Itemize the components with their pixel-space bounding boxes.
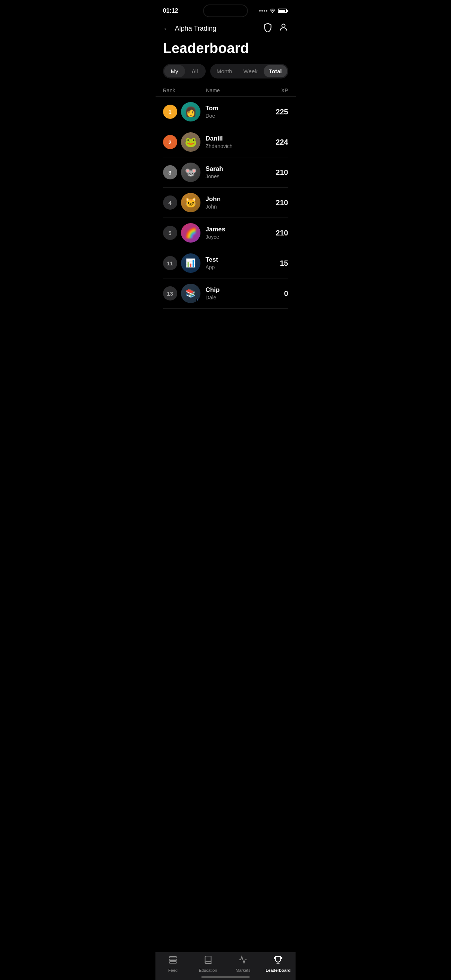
rank-badge-11: 11 — [163, 256, 177, 270]
xp-value: 15 — [269, 259, 288, 267]
avatar: 🐭 — [181, 162, 201, 182]
rank-badge-3: 3 — [163, 165, 177, 180]
avatar: 🐱 — [181, 193, 201, 212]
user-info: Tom Doe — [201, 105, 269, 119]
user-lastname: Dale — [206, 294, 269, 301]
filter-week-button[interactable]: Week — [238, 65, 263, 77]
page-title: Leaderboard — [156, 40, 296, 64]
user-lastname: Joyce — [206, 234, 269, 240]
user-lastname: Zhdanovich — [206, 143, 269, 149]
profile-icon[interactable] — [279, 22, 288, 34]
filter-my-button[interactable]: My — [164, 65, 185, 77]
avatar: 👩 — [181, 102, 201, 121]
nav-title: Alpha Trading — [175, 25, 217, 32]
user-info: Daniil Zhdanovich — [201, 135, 269, 149]
scope-filter: My All — [163, 64, 206, 78]
xp-value: 210 — [269, 229, 288, 237]
filter-all-button[interactable]: All — [185, 65, 205, 77]
back-button[interactable]: ← — [163, 24, 171, 33]
user-firstname: Sarah — [206, 165, 269, 173]
rank-badge-5: 5 — [163, 226, 177, 240]
dynamic-island — [203, 5, 248, 17]
status-time: 01:12 — [163, 8, 178, 14]
col-name-header: Name — [183, 88, 269, 94]
xp-value: 210 — [269, 168, 288, 177]
rank-badge-2: 2 — [163, 135, 177, 149]
table-row[interactable]: 13 📚 Chip Dale 0 — [163, 278, 288, 309]
filter-total-button[interactable]: Total — [264, 65, 287, 77]
table-row[interactable]: 4 🐱 John John 210 — [163, 188, 288, 218]
user-lastname: Doe — [206, 113, 269, 119]
user-firstname: Test — [206, 256, 269, 264]
table-row[interactable]: 1 👩 Tom Doe 225 — [163, 97, 288, 127]
rank-badge-13: 13 — [163, 286, 177, 301]
svg-point-0 — [272, 12, 273, 13]
col-rank-header: Rank — [163, 88, 183, 94]
table-header: Rank Name XP — [156, 88, 296, 97]
user-firstname: Chip — [206, 286, 269, 294]
avatar: 📚 — [181, 284, 201, 303]
table-row[interactable]: 11 📊 Test App 15 — [163, 248, 288, 278]
avatar: 🐸 — [181, 132, 201, 152]
user-info: John John — [201, 196, 269, 210]
user-info: Test App — [201, 256, 269, 270]
wifi-icon — [269, 8, 276, 14]
nav-bar: ← Alpha Trading — [156, 19, 296, 40]
xp-value: 224 — [269, 138, 288, 146]
col-xp-header: XP — [269, 88, 288, 94]
table-row[interactable]: 3 🐭 Sarah Jones 210 — [163, 158, 288, 188]
user-firstname: Tom — [206, 105, 269, 112]
rank-badge-4: 4 — [163, 196, 177, 210]
table-row[interactable]: 2 🐸 Daniil Zhdanovich 224 — [163, 127, 288, 158]
user-firstname: John — [206, 196, 269, 203]
avatar: 🌈 — [181, 223, 201, 243]
nav-right-icons — [263, 22, 288, 34]
xp-value: 210 — [269, 199, 288, 207]
avatar: 📊 — [181, 253, 201, 273]
xp-value: 0 — [269, 289, 288, 298]
rank-badge-1: 1 — [163, 105, 177, 119]
time-filter: Month Week Total — [210, 64, 288, 78]
battery-icon — [278, 9, 288, 13]
online-dot — [196, 299, 200, 302]
shield-icon[interactable] — [263, 22, 273, 34]
user-info: Chip Dale — [201, 286, 269, 301]
filter-month-button[interactable]: Month — [211, 65, 237, 77]
svg-point-1 — [282, 24, 285, 27]
filter-row: My All Month Week Total — [156, 64, 296, 88]
xp-value: 225 — [269, 108, 288, 116]
user-info: James Joyce — [201, 226, 269, 240]
leaderboard-list: 1 👩 Tom Doe 225 2 🐸 Daniil Zhdanovich — [156, 97, 296, 309]
status-icons — [259, 8, 288, 14]
user-firstname: James — [206, 226, 269, 233]
signal-icon — [259, 10, 268, 11]
table-row[interactable]: 5 🌈 James Joyce 210 — [163, 218, 288, 248]
user-lastname: App — [206, 264, 269, 270]
user-lastname: Jones — [206, 173, 269, 180]
user-lastname: John — [206, 204, 269, 210]
user-info: Sarah Jones — [201, 165, 269, 180]
user-firstname: Daniil — [206, 135, 269, 142]
